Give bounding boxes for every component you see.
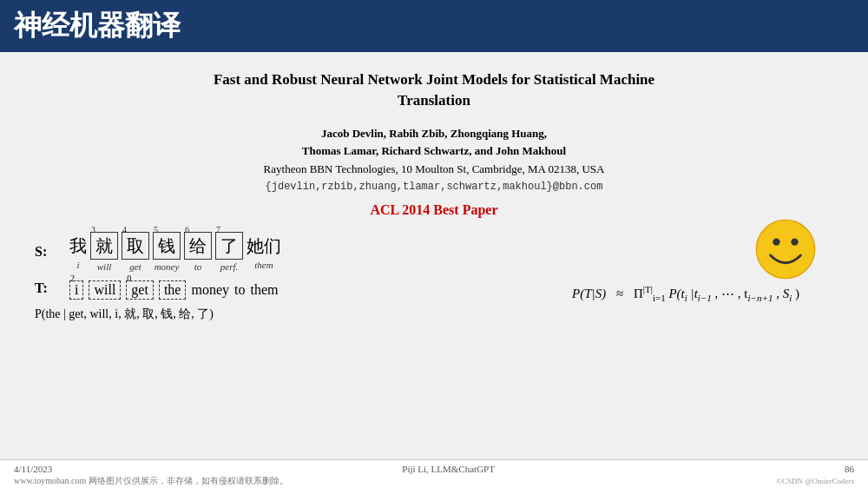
chinese-char-4: 6 给 to — [184, 232, 212, 272]
email: {jdevlin,rzbib,zhuang,tlamar,schwartz,ma… — [35, 179, 833, 195]
header-title: 神经机器翻译 — [14, 7, 181, 45]
footer-row2: www.toymoban.com 网络图片仅供展示，非存储，如有侵权请联系删除。… — [14, 475, 854, 487]
authors-section: Jacob Devlin, Rabih Zbib, Zhongqiang Hua… — [35, 125, 833, 196]
s-label: S: — [35, 244, 61, 260]
chinese-words: 我 i 3 就 will 4 取 get — [69, 232, 281, 272]
diagram-area: S: 我 i 3 就 will 4 取 — [35, 232, 538, 322]
target-sentence-row: T: 2 i will 0 get the — [35, 277, 538, 300]
trans-word-1: will — [89, 280, 121, 300]
bottom-section: S: 我 i 3 就 will 4 取 — [35, 232, 833, 322]
chinese-char-5: 7 了 perf. — [215, 232, 243, 272]
footer-presenter: Piji Li, LLM&ChatGPT — [402, 464, 495, 474]
prob-line: P(the | get, will, i, 就, 取, 钱, 给, 了) — [35, 307, 538, 322]
footer-copyright: ©CSDN @OmierCoders — [776, 477, 854, 485]
trans-word-5: to — [234, 282, 245, 298]
footer-row1: 4/11/2023 Piji Li, LLM&ChatGPT 86 — [14, 464, 854, 474]
chinese-char-0: 我 i — [69, 234, 87, 270]
translation-words: 2 i will 0 get the money to — [69, 280, 278, 300]
t-label: T: — [35, 280, 61, 296]
footer-page: 86 — [845, 464, 854, 474]
smiley-icon — [755, 219, 816, 280]
trans-word-2: 0 get — [126, 280, 154, 300]
best-paper-badge: ACL 2014 Best Paper — [35, 202, 833, 218]
chinese-char-3: 5 钱 money — [153, 232, 181, 272]
footer: 4/11/2023 Piji Li, LLM&ChatGPT 86 www.to… — [0, 459, 868, 488]
formula-container: P(T|S) ≈ Π|T|i=1 P(ti |ti−1 , ⋯ , ti−n+1… — [572, 284, 799, 303]
trans-word-0: 2 i — [69, 280, 83, 300]
main-content: Fast and Robust Neural Network Joint Mod… — [0, 52, 868, 488]
footer-website: www.toymoban.com 网络图片仅供展示，非存储，如有侵权请联系删除。 — [14, 475, 288, 487]
author-line1: Jacob Devlin, Rabih Zbib, Zhongqiang Hua… — [35, 125, 833, 143]
trans-word-6: them — [250, 282, 278, 298]
paper-title: Fast and Robust Neural Network Joint Mod… — [35, 69, 833, 111]
author-line2: Thomas Lamar, Richard Schwartz, and John… — [35, 142, 833, 161]
institution: Raytheon BBN Technologies, 10 Moulton St… — [35, 161, 833, 179]
formula-area: P(T|S) ≈ Π|T|i=1 P(ti |ti−1 , ⋯ , ti−n+1… — [538, 232, 833, 303]
source-sentence-row: S: 我 i 3 就 will 4 取 — [35, 232, 538, 272]
chinese-char-2: 4 取 get — [122, 232, 149, 272]
svg-point-0 — [756, 221, 814, 279]
footer-date: 4/11/2023 — [14, 464, 52, 474]
trans-word-3: the — [159, 280, 187, 300]
chinese-char-1: 3 就 will — [90, 232, 118, 272]
header-bar: 神经机器翻译 — [0, 0, 868, 52]
svg-point-2 — [791, 239, 798, 246]
chinese-char-6: 她们 them — [247, 234, 281, 270]
trans-word-4: money — [191, 282, 229, 298]
svg-point-1 — [773, 239, 779, 246]
